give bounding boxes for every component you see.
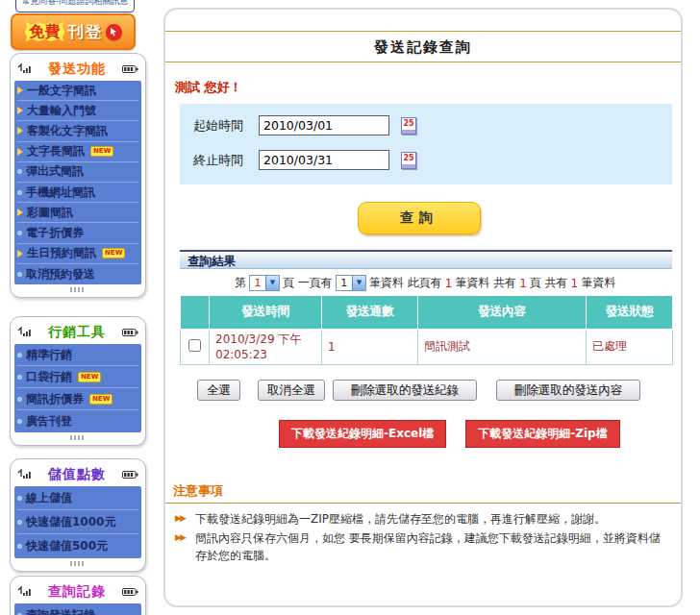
page-title: 發送記錄查詢 [165,38,681,57]
delete-selected-records-button[interactable]: 刪除選取的發送紀錄 [333,380,477,401]
sidebar-item-label: 電子折價券 [26,225,84,241]
arrow-bullet-icon [17,250,23,258]
panel-title-marketing-tools: 行銷工具 [48,324,106,341]
free-publish-banner[interactable]: 免費 刊登 [11,13,136,50]
calendar-base [402,130,415,134]
sidebar-item-long-text-sms[interactable]: 文字長簡訊NEW [17,142,138,162]
row-checkbox[interactable] [188,339,201,352]
column-header-send-count: 發送通數 [322,296,418,329]
sidebar-item-label: 大量輸入門號 [27,103,96,119]
notes-heading: 注意事項 [173,482,223,500]
arrow-bullet-icon [17,148,23,156]
divider [165,503,681,504]
panel-title-query-records: 查詢記錄 [48,583,106,601]
sidebar-panel-query-records: 查詢記錄 查詢發送記錄 [10,576,146,615]
chevron-down-icon: ▼ [352,276,365,290]
new-badge: NEW [102,248,125,258]
sidebar-item-label: 客製化文字簡訊 [27,123,108,139]
greeting-text: 測試 您好！ [175,79,242,96]
calendar-icon[interactable]: 25 [401,117,416,135]
sidebar-item-precision-marketing[interactable]: 精準行銷 [17,344,138,366]
row-actions: 全選 取消全選 刪除選取的發送紀錄 刪除選取的發送內容 [180,380,640,401]
download-zip-button[interactable]: 下載發送紀錄明細-Zip檔 [465,420,619,448]
sidebar-item-popup-sms[interactable]: 彈出式簡訊 [17,162,138,183]
main-panel: 發送記錄查詢 測試 您好！ 起始時間 25 終止時間 25 查詢 [163,8,683,607]
deselect-all-button[interactable]: 取消全選 [258,380,325,401]
calendar-day: 25 [402,153,415,164]
sidebar-item-online-topup[interactable]: 線上儲值 [17,486,138,510]
sidebar-item-label: 文字長簡訊 [27,143,85,160]
sidebar-item-pocket-marketing[interactable]: 口袋行銷NEW [17,366,138,388]
sidebar-item-query-send-records[interactable]: 查詢發送記錄 [17,603,138,615]
pagination-count: 1 [571,277,579,290]
dot-bullet-icon [17,520,22,525]
dot-bullet-icon [17,544,22,549]
sidebar-item-customized-text-sms[interactable]: 客製化文字簡訊 [17,121,138,141]
battery-icon [122,60,138,78]
calendar-base [402,164,415,168]
sidebar-item-label: 口袋行銷 [26,369,72,385]
dot-bullet-icon [17,496,22,501]
sidebar-item-label: 手機網址簡訊 [26,184,95,201]
sidebar-item-sms-coupon[interactable]: 簡訊折價券NEW [17,388,138,410]
panel-footer [14,284,141,295]
pagination-count: 1 [519,277,527,290]
sidebar-item-cancel-scheduled-send[interactable]: 取消預約發送 [17,264,138,284]
sidebar-item-label: 快速儲值500元 [26,538,108,554]
sidebar-item-picture-sms[interactable]: 彩圖簡訊 [17,203,138,223]
sidebar-item-quick-topup-500[interactable]: 快速儲值500元 [17,534,138,558]
dot-bullet-icon [17,375,22,380]
download-actions: 下載發送紀錄明細-Excel檔 下載發送紀錄明細-Zip檔 [279,420,620,448]
query-button[interactable]: 查詢 [358,202,481,234]
cell-send-count: 1 [322,329,418,364]
sidebar-item-label: 快速儲值1000元 [26,514,115,530]
battery-icon [122,323,138,341]
panel-header: 行銷工具 [14,320,141,344]
note-item: ▶▶ 簡訊內容只保存六個月，如您 要長期保留內容記錄，建議您下載發送記錄明細，並… [175,529,671,564]
signal-icon [17,323,32,341]
sidebar-item-label: 查詢發送記錄 [26,607,95,615]
column-header-send-status: 發送狀態 [587,296,673,329]
column-header-send-time: 發送時間 [210,296,322,329]
top-help-link[interactable]: 常見問答-問題諮詢相關訊息 [15,0,135,12]
sidebar-item-general-text-sms[interactable]: 一般文字簡訊 [17,81,138,101]
delete-selected-contents-button[interactable]: 刪除選取的發送內容 [496,380,640,401]
page-select[interactable]: 1 ▼ [249,275,280,291]
download-excel-button[interactable]: 下載發送紀錄明細-Excel檔 [279,420,446,448]
pagination-text: 頁 共有 [530,275,568,291]
per-page-select[interactable]: 1 ▼ [336,275,366,291]
select-all-button[interactable]: 全選 [197,380,240,401]
start-time-label: 起始時間 [193,117,247,135]
note-arrow-icon: ▶▶ [175,510,190,528]
column-header-send-content: 發送內容 [418,296,587,329]
end-time-input[interactable] [259,150,389,170]
arrow-bullet-icon [17,107,23,114]
new-badge: NEW [78,372,101,382]
battery-icon [122,582,138,601]
sidebar-item-quick-topup-1000[interactable]: 快速儲值1000元 [17,510,138,534]
sidebar-panel-marketing-tools: 行銷工具 精準行銷 口袋行銷NEW 簡訊折價券NEW 廣告刊登 [10,316,146,446]
page-select-value: 1 [250,276,265,290]
sidebar-item-label: 取消預約發送 [26,266,95,283]
sidebar-item-e-coupon[interactable]: 電子折價券 [17,223,138,243]
sidebar-item-label: 彩圖簡訊 [27,205,73,221]
page: 常見問答-問題諮詢相關訊息 免費 刊登 發送功能 一般文字簡訊 大量輸入門號 客… [0,0,700,615]
checkbox-column-header [181,296,210,329]
calendar-icon[interactable]: 25 [401,152,416,169]
sidebar-item-birthday-scheduled-sms[interactable]: 生日預約簡訊NEW [17,244,138,264]
dot-bullet-icon [17,353,22,357]
results-table: 發送時間 發送通數 發送內容 發送狀態 2010/3/29 下午 02:05:2… [180,296,673,365]
pagination-text: 筆資料 共有 [455,275,516,291]
sidebar-item-mobile-url-sms[interactable]: 手機網址簡訊 [17,183,138,203]
start-time-input[interactable] [259,115,389,135]
dot-bullet-icon [17,272,22,277]
cell-send-status: 已處理 [587,329,673,364]
pagination-text: 頁 一頁有 [283,275,333,291]
grip-icon [70,561,86,566]
sidebar-item-ad-publish[interactable]: 廣告刊登 [17,410,138,432]
arrow-bullet-icon [17,209,23,216]
panel-menu: 精準行銷 口袋行銷NEW 簡訊折價券NEW 廣告刊登 [14,344,141,432]
hand-cursor-icon [106,24,122,40]
sidebar-item-bulk-number-input[interactable]: 大量輸入門號 [17,101,138,121]
dot-bullet-icon [17,169,22,174]
